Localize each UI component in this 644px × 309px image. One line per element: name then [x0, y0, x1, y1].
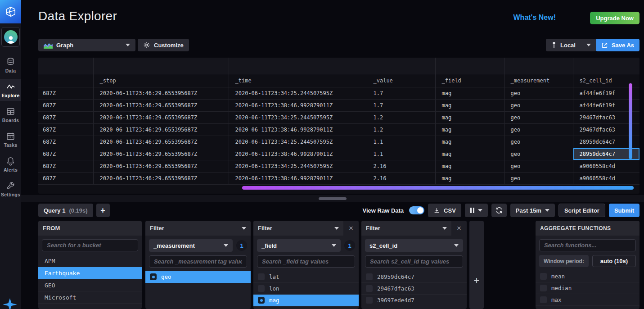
sidebar-item-boards[interactable]: Boards	[0, 104, 21, 126]
table-cell[interactable]: 1.7	[367, 99, 435, 111]
table-cell[interactable]: geo	[504, 160, 573, 172]
table-cell[interactable]: 2020-06-11T23:46:29.655395687Z	[93, 136, 229, 148]
column-header[interactable]: _measurement	[504, 74, 573, 87]
table-cell[interactable]: 1.1	[367, 136, 435, 148]
query-tab[interactable]: Query 1 (0.19s)	[38, 204, 93, 217]
column-header-clipped[interactable]	[38, 74, 93, 87]
table-cell[interactable]: 2020-06-11T23:38:46.992879011Z	[229, 148, 367, 160]
tag-value-search-input[interactable]	[149, 255, 247, 268]
table-cell[interactable]: geo	[504, 123, 573, 136]
customize-button[interactable]: Customize	[138, 39, 189, 51]
table-cell[interactable]: 687Z	[38, 111, 93, 123]
bucket-list-item[interactable]: Microsoft	[38, 291, 142, 304]
filter-card-header[interactable]: Filter	[253, 221, 343, 236]
filter-card-header[interactable]: Filter	[145, 221, 251, 236]
tag-key-dropdown[interactable]: _field	[257, 239, 341, 252]
bucket-list-item[interactable]: APM	[38, 255, 142, 267]
table-cell[interactable]: mag	[435, 99, 504, 111]
table-cell[interactable]: 2020-06-11T23:46:29.655395687Z	[93, 148, 229, 160]
bucket-search-input[interactable]	[42, 239, 138, 251]
view-raw-data-toggle[interactable]	[409, 206, 424, 214]
checkbox[interactable]	[258, 297, 265, 304]
table-cell[interactable]: 2020-06-11T23:34:25.244507595Z	[229, 87, 367, 99]
column-header[interactable]: _value	[367, 74, 435, 87]
table-cell[interactable]: mag	[435, 172, 504, 184]
table-cell[interactable]: geo	[504, 87, 573, 99]
submit-button[interactable]: Submit	[609, 204, 639, 217]
table-cell[interactable]: mag	[435, 87, 504, 99]
tag-value-item[interactable]: lat	[253, 271, 359, 283]
csv-download-button[interactable]: CSV	[428, 204, 461, 217]
table-cell[interactable]: 2020-06-11T23:46:29.655395687Z	[93, 87, 229, 99]
table-cell[interactable]: 2020-06-11T23:38:46.992879011Z	[229, 172, 367, 184]
column-header[interactable]: _field	[435, 74, 504, 87]
save-as-button[interactable]: Save As	[596, 39, 639, 51]
bucket-list-item[interactable]: Earthquake	[38, 267, 142, 279]
table-cell[interactable]: 2020-06-11T23:34:25.244507595Z	[229, 111, 367, 123]
view-type-dropdown[interactable]: Graph	[38, 39, 135, 51]
checkbox[interactable]	[540, 285, 547, 291]
table-cell[interactable]: geo	[504, 111, 573, 123]
table-cell[interactable]: 2020-06-11T23:34:25.244507595Z	[229, 136, 367, 148]
function-list-item[interactable]: max	[536, 294, 639, 306]
checkbox[interactable]	[366, 285, 373, 292]
sidebar-item-settings[interactable]: Settings	[0, 178, 21, 200]
column-header[interactable]: _stop	[93, 74, 229, 87]
table-cell[interactable]: mag	[435, 136, 504, 148]
table-cell[interactable]: 2020-06-11T23:34:25.244507595Z	[229, 160, 367, 172]
function-list-item[interactable]: mean	[536, 271, 639, 282]
table-cell[interactable]: 687Z	[38, 136, 93, 148]
sidebar-item-alerts[interactable]: Alerts	[0, 153, 21, 175]
resize-drag-handle[interactable]	[319, 197, 347, 200]
window-period-label[interactable]: Window period:	[539, 255, 589, 267]
user-avatar[interactable]	[1, 27, 20, 47]
checkbox[interactable]	[150, 273, 157, 280]
influxdb-logo[interactable]	[0, 0, 21, 23]
tag-value-search-input[interactable]	[365, 255, 463, 268]
table-cell[interactable]: 2.16	[367, 172, 435, 184]
table-cell[interactable]: geo	[504, 136, 573, 148]
checkbox[interactable]	[258, 273, 265, 280]
function-search-input[interactable]	[539, 239, 636, 251]
close-filter-button[interactable]: ×	[451, 221, 467, 236]
table-cell[interactable]: 2020-06-11T23:46:29.655395687Z	[93, 99, 229, 111]
window-period-value[interactable]: auto (10s)	[592, 255, 636, 267]
table-cell[interactable]: 687Z	[38, 148, 93, 160]
tag-value-item[interactable]: geo	[145, 271, 251, 283]
add-query-button[interactable]: +	[96, 204, 110, 217]
horizontal-scrollbar[interactable]	[242, 186, 634, 190]
table-cell[interactable]: mag	[435, 111, 504, 123]
table-cell[interactable]: 2020-06-11T23:46:29.655395687Z	[93, 160, 229, 172]
table-cell[interactable]: 1.2	[367, 111, 435, 123]
script-editor-button[interactable]: Script Editor	[558, 204, 605, 217]
tag-key-dropdown[interactable]: _measurement	[149, 239, 233, 252]
tag-value-item[interactable]: lon	[253, 283, 359, 295]
table-cell[interactable]: a9060558c4d	[573, 160, 639, 172]
sidebar-item-tasks[interactable]: Tasks	[0, 128, 21, 150]
table-cell[interactable]: geo	[504, 148, 573, 160]
filter-card-header[interactable]: Filter	[361, 221, 451, 236]
table-cell[interactable]: geo	[504, 99, 573, 111]
table-cell[interactable]: a9060558c4d	[573, 172, 639, 184]
checkbox[interactable]	[540, 273, 547, 280]
table-cell[interactable]: mag	[435, 148, 504, 160]
table-cell[interactable]: 687Z	[38, 172, 93, 184]
vertical-scrollbar[interactable]	[629, 83, 632, 159]
close-filter-button[interactable]: ×	[343, 221, 359, 236]
checkbox[interactable]	[258, 285, 265, 292]
tag-value-item[interactable]: 28959dc64c7	[361, 271, 467, 283]
table-cell[interactable]: 687Z	[38, 99, 93, 111]
table-cell[interactable]: geo	[504, 172, 573, 184]
table-cell[interactable]: mag	[435, 123, 504, 136]
upgrade-now-button[interactable]: Upgrade Now	[590, 12, 639, 24]
tag-value-search-input[interactable]	[257, 255, 355, 268]
table-cell[interactable]: 687Z	[38, 160, 93, 172]
table-cell[interactable]: 2020-06-11T23:38:46.992879011Z	[229, 123, 367, 136]
add-filter-card-button[interactable]: +	[469, 221, 484, 309]
pause-button[interactable]	[465, 204, 488, 217]
table-cell[interactable]: 2020-06-11T23:46:29.655395687Z	[93, 111, 229, 123]
table-cell[interactable]: 2020-06-11T23:38:46.992879011Z	[229, 99, 367, 111]
time-range-dropdown[interactable]: Past 15m	[510, 204, 555, 217]
refresh-button[interactable]	[491, 204, 507, 217]
table-cell[interactable]: 687Z	[38, 87, 93, 99]
